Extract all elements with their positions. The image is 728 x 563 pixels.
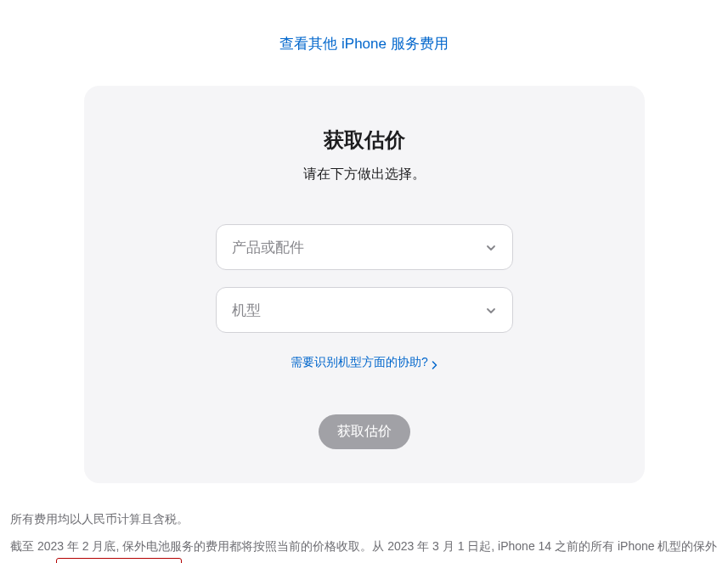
card-title: 获取估价 <box>118 127 611 154</box>
footer-text: 所有费用均以人民币计算且含税。 截至 2023 年 2 月底, 保外电池服务的费… <box>8 507 720 563</box>
help-link-text: 需要识别机型方面的协助? <box>291 355 428 370</box>
chevron-down-icon <box>485 241 497 253</box>
chevron-down-icon <box>485 304 497 316</box>
chevron-right-icon <box>432 358 437 367</box>
model-select-wrap: 机型 <box>216 287 513 333</box>
card-subtitle: 请在下方做出选择。 <box>118 166 611 183</box>
footer-line2: 截至 2023 年 2 月底, 保外电池服务的费用都将按照当前的价格收取。从 2… <box>10 534 718 563</box>
other-service-fee-link[interactable]: 查看其他 iPhone 服务费用 <box>279 36 448 52</box>
identify-model-help-link[interactable]: 需要识别机型方面的协助? <box>291 355 437 370</box>
product-select[interactable]: 产品或配件 <box>216 224 513 270</box>
price-increase-highlight: 费用将增加 RMB 169。 <box>56 558 182 563</box>
model-select[interactable]: 机型 <box>216 287 513 333</box>
product-select-label: 产品或配件 <box>232 238 304 257</box>
get-estimate-button[interactable]: 获取估价 <box>319 414 410 449</box>
footer-line1: 所有费用均以人民币计算且含税。 <box>10 507 718 531</box>
top-link-wrap: 查看其他 iPhone 服务费用 <box>8 34 720 53</box>
model-select-label: 机型 <box>232 301 261 320</box>
product-select-wrap: 产品或配件 <box>216 224 513 270</box>
estimate-card: 获取估价 请在下方做出选择。 产品或配件 机型 需要识别机型方面的协助? <box>84 86 645 483</box>
